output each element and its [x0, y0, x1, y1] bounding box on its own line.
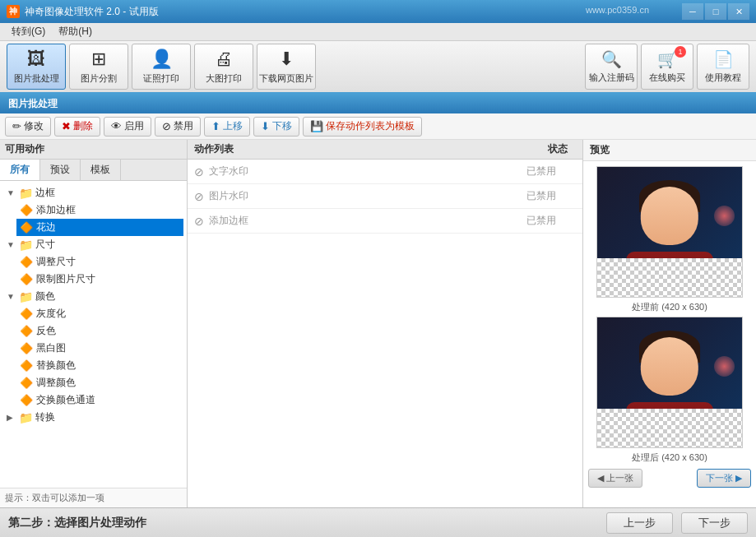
tab-all[interactable]: 所有: [0, 160, 40, 180]
save-template-button[interactable]: 💾 保存动作列表为模板: [303, 117, 422, 137]
folder-size[interactable]: ▼ 📁 尺寸: [3, 236, 183, 253]
tree-item-grayscale[interactable]: 🔶 灰度化: [16, 305, 183, 322]
resize-icon: 🔶: [20, 256, 33, 268]
list-item[interactable]: ⊘ 图片水印 已禁用: [188, 184, 582, 209]
preview-after-caption: 处理后 (420 x 630): [632, 451, 707, 464]
add-border-label: 添加边框: [36, 203, 76, 217]
prev-button[interactable]: ◀ 上一张: [588, 469, 642, 488]
toolbar-btn-split[interactable]: ⊞ 图片分割: [69, 44, 128, 90]
flower-border-icon: 🔶: [20, 221, 33, 234]
tree-item-adjust-color[interactable]: 🔶 调整颜色: [16, 374, 183, 391]
section-title: 图片批处理: [8, 97, 58, 111]
move-down-button[interactable]: ⬇ 下移: [253, 117, 299, 137]
app-icon: 神: [7, 5, 20, 18]
enable-button[interactable]: 👁 启用: [104, 117, 151, 137]
move-up-button[interactable]: ⬆ 上移: [204, 117, 250, 137]
invert-icon: 🔶: [20, 325, 33, 337]
adjust-color-icon: 🔶: [20, 377, 33, 389]
folder-convert[interactable]: ▶ 📁 转换: [3, 409, 183, 426]
blur-circle-1: [714, 206, 735, 226]
toolbar-btn-register[interactable]: 🔍 输入注册码: [585, 44, 638, 90]
toolbar-btn-batch[interactable]: 🖼 图片批处理: [7, 44, 66, 90]
tip-text: 提示：双击可以添加一项: [5, 493, 104, 502]
folder-color-children: 🔶 灰度化 🔶 反色 🔶 黑白图 🔶 替换颜色 🔶 调整颜色: [3, 305, 183, 409]
tree-item-add-border[interactable]: 🔶 添加边框: [16, 201, 183, 219]
watermark-img-name: 图片水印: [209, 189, 522, 203]
preview-before-box: HAIBAO: [596, 166, 743, 298]
watermark-text-status: 已禁用: [526, 164, 576, 178]
limit-size-label: 限制图片尺寸: [36, 272, 95, 286]
preview-before-caption: 处理前 (420 x 630): [632, 301, 707, 313]
section-header: 图片批处理: [0, 94, 756, 113]
toolbar-btn-id-photo[interactable]: 👤 证照打印: [132, 44, 191, 90]
delete-button[interactable]: ✖ 删除: [54, 117, 100, 137]
toolbar-btn-buy[interactable]: 🛒 在线购买 1: [641, 44, 693, 90]
modify-icon: ✏: [12, 120, 21, 132]
tree-item-flower-border[interactable]: 🔶 花边: [16, 219, 183, 236]
checkerboard: [597, 258, 742, 297]
tree-item-resize[interactable]: 🔶 调整尺寸: [16, 253, 183, 271]
toolbar-btn-id-photo-label: 证照打印: [143, 72, 179, 85]
next-arrow-icon: ▶: [735, 473, 742, 484]
bw-label: 黑白图: [36, 341, 66, 355]
minimize-button[interactable]: ─: [682, 3, 703, 20]
toolbar-btn-large-print[interactable]: 🖨 大图打印: [194, 44, 253, 90]
folder-color-icon: 📁: [19, 290, 33, 303]
toolbar-btn-download-label: 下载网页图片: [259, 72, 313, 85]
folder-border[interactable]: ▼ 📁 边框: [3, 184, 183, 201]
tab-template[interactable]: 模板: [81, 160, 121, 180]
tree-item-bw[interactable]: 🔶 黑白图: [16, 340, 183, 357]
folder-border-label: 边框: [35, 186, 55, 200]
maximize-button[interactable]: □: [705, 3, 726, 20]
menu-goto[interactable]: 转到(G): [5, 23, 52, 40]
folder-border-children: 🔶 添加边框 🔶 花边: [3, 201, 183, 236]
folder-color[interactable]: ▼ 📁 颜色: [3, 288, 183, 305]
download-icon: ⬇: [279, 49, 294, 70]
toolbar-btn-large-print-label: 大图打印: [206, 72, 242, 85]
preview-before-image: HAIBAO: [597, 167, 742, 297]
toolbar-btn-tutorial[interactable]: 📄 使用教程: [697, 44, 749, 90]
next-step-button[interactable]: 下一步: [681, 512, 748, 534]
main-content: 可用动作 所有 预设 模板 ▼ 📁 边框 🔶 添加边框 🔶 花边: [0, 140, 756, 507]
folder-convert-label: 转换: [35, 410, 55, 424]
next-button[interactable]: 下一张 ▶: [697, 469, 751, 488]
tree-item-swap-channel[interactable]: 🔶 交换颜色通道: [16, 391, 183, 409]
add-border-list-icon: ⊘: [194, 215, 204, 228]
toolbar-right: 🔍 输入注册码 🛒 在线购买 1 📄 使用教程: [585, 44, 749, 90]
prev-arrow-icon: ◀: [597, 473, 604, 484]
disable-button[interactable]: ⊘ 禁用: [155, 117, 201, 137]
disable-icon: ⊘: [162, 120, 171, 132]
col-action-list: 动作列表: [194, 142, 234, 156]
after-checkerboard: [597, 409, 742, 447]
list-item[interactable]: ⊘ 添加边框 已禁用: [188, 209, 582, 234]
watermark-text-name: 文字水印: [209, 164, 522, 178]
tree-item-invert[interactable]: 🔶 反色: [16, 322, 183, 340]
modify-button[interactable]: ✏ 修改: [5, 117, 51, 137]
swap-channel-icon: 🔶: [20, 394, 33, 406]
register-icon: 🔍: [601, 49, 622, 69]
folder-convert-icon: 📁: [19, 411, 33, 424]
bw-icon: 🔶: [20, 342, 33, 354]
close-button[interactable]: ✕: [728, 3, 749, 20]
save-template-icon: 💾: [310, 120, 323, 132]
tab-preset[interactable]: 预设: [40, 160, 81, 180]
middle-panel: 动作列表 状态 ⊘ 文字水印 已禁用 ⊘ 图片水印 已禁用 ⊘ 添加边框 已禁用: [188, 140, 583, 507]
menu-bar: 转到(G) 帮助(H): [0, 23, 756, 41]
menu-help[interactable]: 帮助(H): [52, 23, 99, 40]
action-toolbar: ✏ 修改 ✖ 删除 👁 启用 ⊘ 禁用 ⬆ 上移 ⬇ 下移 💾 保存动作列表为模…: [0, 113, 756, 140]
tree-item-limit-size[interactable]: 🔶 限制图片尺寸: [16, 271, 183, 288]
bottom-bar: 第二步：选择图片处理动作 上一步 下一步: [0, 507, 756, 537]
tree-item-replace-color[interactable]: 🔶 替换颜色: [16, 357, 183, 374]
flower-border-label: 花边: [36, 220, 56, 234]
tree-view: ▼ 📁 边框 🔶 添加边框 🔶 花边 ▼ 📁 尺寸: [0, 181, 187, 488]
expand-color-icon: ▼: [7, 292, 16, 301]
prev-label: 上一张: [606, 472, 633, 484]
expand-convert-icon: ▶: [7, 413, 16, 422]
list-item[interactable]: ⊘ 文字水印 已禁用: [188, 160, 582, 184]
add-border-list-status: 已禁用: [526, 214, 576, 228]
watermark-text-icon: ⊘: [194, 165, 204, 178]
limit-size-icon: 🔶: [20, 273, 33, 285]
prev-step-button[interactable]: 上一步: [606, 512, 673, 534]
toolbar-btn-download[interactable]: ⬇ 下载网页图片: [257, 44, 316, 90]
toolbar-btn-buy-label: 在线购买: [649, 72, 685, 84]
